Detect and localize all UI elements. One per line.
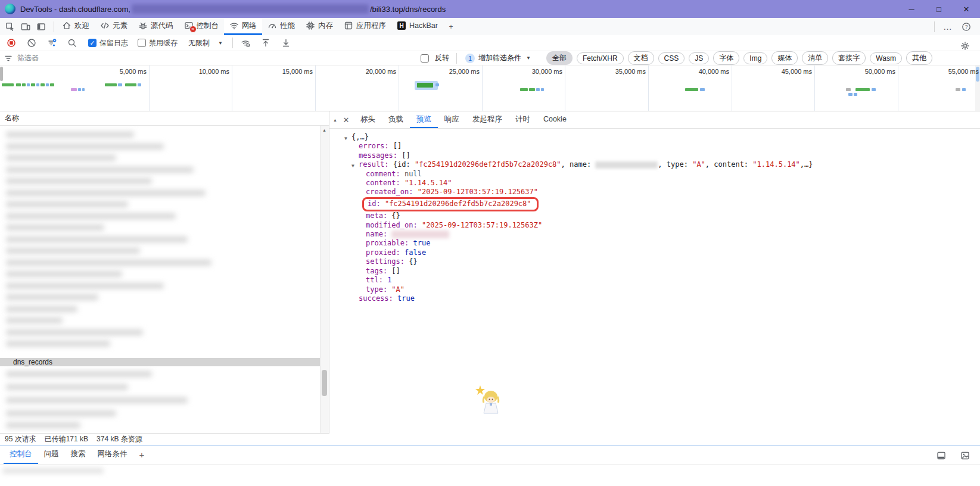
json-tree-row[interactable]: content: "1.14.5.14" [329,179,980,188]
detail-tab[interactable]: 标头 [354,111,382,128]
selected-request-row[interactable]: dns_records [0,358,321,366]
tab-perf[interactable]: 性能 [262,18,300,35]
tab-code[interactable]: 元素 [95,18,133,35]
invert-checkbox[interactable]: 反转 [421,53,449,63]
detail-tab[interactable]: 计时 [509,111,537,128]
json-tree-row[interactable]: id: "fc254191d20296def2fd5b7c2a2029c8" [329,197,980,211]
json-tree-row[interactable]: ▼{,…} [329,133,980,142]
waterfall-bar [956,88,960,91]
requests-scrollbar-thumb[interactable] [322,370,327,396]
timeline-tick-label: 30,000 ms [532,68,565,75]
export-har-icon[interactable] [278,35,294,51]
app-icon [344,21,353,30]
json-tree-row[interactable]: type: "A" [329,285,980,294]
tab-label: HackBar [409,21,438,30]
record-network-log-button[interactable] [4,35,19,51]
inspect-element-icon[interactable] [2,19,18,35]
add-drawer-tab-button[interactable]: + [133,446,151,464]
close-button[interactable]: ✕ [953,0,980,18]
throttling-dropdown[interactable]: 无限制 ▼ [188,38,223,48]
dock-drawer-icon[interactable] [934,448,949,463]
json-value: ,…} [800,160,813,169]
tab-label: 欢迎 [74,21,89,31]
filter-input[interactable]: 筛选器 [4,53,421,63]
filter-chip[interactable]: 文档 [628,51,654,65]
disable-cache-label: 禁用缓存 [149,38,178,48]
filter-chip[interactable]: JS [689,52,709,64]
timeline-gridline [399,66,399,111]
window-title: DevTools - dash.cloudflare.com, /bili33.… [20,4,446,14]
import-har-icon[interactable] [258,35,273,51]
filter-chip[interactable]: 全部 [546,51,573,65]
drawer-tab[interactable]: 问题 [38,446,65,464]
waterfall-bar [138,83,141,86]
json-tree-row[interactable]: name: [329,230,980,239]
tab-bar-right-controls: … ? [932,18,980,35]
tab-bug[interactable]: 源代码 [133,18,179,35]
waterfall-bar [529,88,535,91]
close-detail-icon[interactable]: ✕ [338,112,354,127]
detail-tab-bar: ▲ ✕ 标头负载预览响应发起程序计时Cookie [329,111,980,129]
tab-app[interactable]: 应用程序 [338,18,391,35]
tab-console[interactable]: ✕控制台 [179,18,225,35]
requests-panel: 名称 dns_records ▲ 95 次请求 已传输171 kB 374 kB… [0,111,329,445]
json-tree-row[interactable]: created_on: "2025-09-12T03:57:19.125637" [329,188,980,197]
detail-tab[interactable]: Cookie [537,111,573,128]
requests-scrollbar[interactable]: ▲ [320,126,329,447]
drawer-tab[interactable]: 网络条件 [92,446,133,464]
filter-chip[interactable]: Wasm [870,52,902,64]
json-tree-row[interactable]: tags: [] [329,267,980,276]
help-icon[interactable]: ? [959,19,974,35]
drawer-tab[interactable]: 控制台 [4,446,38,464]
filter-chip[interactable]: Img [743,52,767,64]
filter-chip[interactable]: CSS [658,52,685,64]
device-toolbar-icon[interactable] [18,19,33,35]
clear-network-log-button[interactable] [24,35,39,51]
preserve-log-checkbox[interactable]: ✓ 保留日志 [88,38,128,48]
filter-chip[interactable]: 媒体 [771,51,798,65]
redacted-request-row [6,294,98,300]
search-icon[interactable] [64,35,80,51]
image-icon[interactable] [957,448,973,463]
add-panel-tab-button[interactable]: + [443,19,459,35]
tab-network[interactable]: 网络 [224,18,262,35]
json-tree-row[interactable]: proxied: false [329,248,980,257]
detail-tab[interactable]: 响应 [438,111,466,128]
tab-memory[interactable]: 内存 [300,18,338,35]
add-filter-condition-button[interactable]: 增加筛选条件 ▼ [478,53,531,63]
json-tree-row[interactable]: meta: {} [329,211,980,220]
filter-chip[interactable]: 清单 [802,51,828,65]
name-column-header[interactable]: 名称 [0,111,329,126]
json-tree-row[interactable]: comment: null [329,170,980,179]
tab-hackbar[interactable]: HHackBar [391,18,443,35]
window-controls: ─ □ ✕ [898,0,980,18]
filter-chip[interactable]: 其他 [906,51,932,65]
drawer-tab[interactable]: 搜索 [65,446,92,464]
detail-tab[interactable]: 负载 [382,111,410,128]
timeline-left-handle[interactable] [0,67,3,81]
filter-chip[interactable]: 字体 [713,51,739,65]
detail-tab[interactable]: 预览 [410,111,438,128]
minimize-button[interactable]: ─ [898,0,925,18]
json-tree-row[interactable]: proxiable: true [329,239,980,248]
json-tree-row[interactable]: settings: {} [329,257,980,266]
json-tree-row[interactable]: errors: [] [329,142,980,151]
network-overview-timeline[interactable]: 5,000 ms10,000 ms15,000 ms20,000 ms25,00… [0,66,980,111]
json-tree-row[interactable]: messages: [] [329,151,980,160]
more-options-icon[interactable]: … [943,21,953,32]
filter-chip[interactable]: Fetch/XHR [577,52,624,64]
waterfall-bar [846,88,851,91]
disable-cache-checkbox[interactable]: 禁用缓存 [138,38,178,48]
maximize-button[interactable]: □ [925,0,953,18]
dock-panel-icon[interactable] [33,19,49,35]
detail-tab[interactable]: 发起程序 [466,111,509,128]
json-tree-row[interactable]: ttl: 1 [329,276,980,285]
json-tree-row[interactable]: modified_on: "2025-09-12T03:57:19.12563Z… [329,221,980,230]
network-conditions-icon[interactable] [238,35,253,51]
filter-toggle-icon[interactable] [44,35,60,51]
json-tree-row[interactable]: success: true [329,294,980,303]
filter-chip[interactable]: 套接字 [832,51,866,65]
scroll-up-arrow-icon[interactable]: ▲ [322,128,326,132]
json-tree-row[interactable]: ▼result: {id: "fc254191d20296def2fd5b7c2… [329,160,980,169]
tab-home[interactable]: 欢迎 [57,18,95,35]
